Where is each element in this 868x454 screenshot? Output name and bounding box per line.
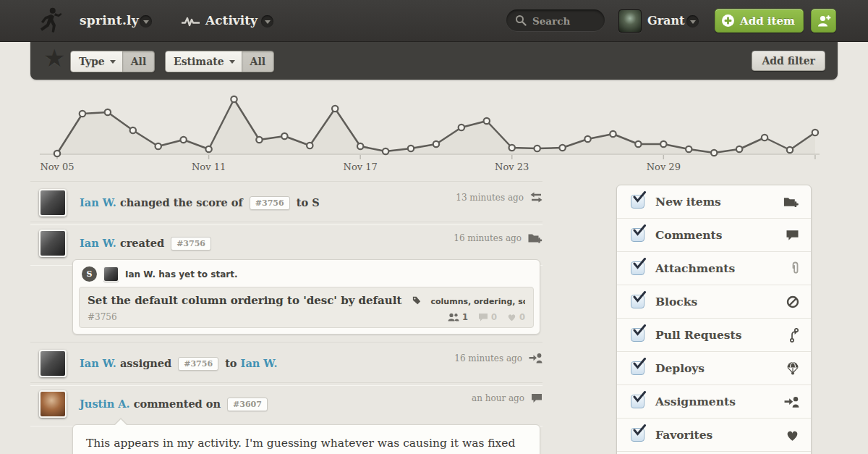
feed-item-score-changed: Ian W. changed the score of #3756 to S 1… (30, 181, 542, 225)
favorite-filter-star-icon[interactable]: ★ (43, 43, 65, 72)
sidebar-item-comments[interactable]: Comments (617, 219, 811, 252)
item-ref-badge[interactable]: #3756 (171, 237, 211, 251)
sidebar-item-deploys[interactable]: Deploys (617, 352, 811, 385)
filter-type-dropdown[interactable]: Type (71, 51, 122, 72)
folder-plus-icon (783, 196, 799, 208)
checkbox-comments[interactable] (631, 228, 644, 242)
svg-text:Nov 17: Nov 17 (344, 161, 378, 172)
section-dropdown-caret[interactable] (261, 15, 273, 28)
user-link[interactable]: Ian W. (80, 237, 116, 249)
user-link[interactable]: Ian W. (80, 196, 116, 209)
feed-item-text: Ian W. assigned #3756 to Ian W. (80, 357, 277, 371)
activity-pulse-icon (182, 16, 200, 27)
svg-text:Nov 23: Nov 23 (495, 161, 529, 172)
feed-item-assigned: Ian W. assigned #3756 to Ian W. 16 minut… (30, 342, 542, 386)
feed-item-text: Ian W. changed the score of #3756 to S (80, 196, 320, 210)
comments-count-value: 0 (491, 312, 497, 322)
tail-text: to (225, 357, 237, 369)
filter-type[interactable]: Type All (70, 51, 155, 72)
assignee-link[interactable]: Ian W. (241, 357, 278, 369)
tail-text: to S (297, 196, 320, 209)
user-link[interactable]: Ian W. (80, 357, 116, 369)
comments-count: 0 (478, 312, 497, 322)
item-status-row: S Ian W. has yet to start. (73, 260, 540, 287)
brand-sprintly[interactable]: sprint.ly (80, 0, 139, 41)
chevron-down-icon (110, 60, 116, 64)
checkbox-new-items[interactable] (631, 195, 644, 209)
sprintly-runner-logo (33, 5, 64, 37)
sidebar-item-label: Favorites (655, 428, 712, 442)
sidebar-item-label: Pull Requests (655, 328, 741, 342)
avatar[interactable] (39, 390, 67, 418)
status-text: Ian W. has yet to start. (125, 269, 237, 279)
item-tags[interactable]: columns, ordering, sorting, support (431, 297, 525, 306)
user-menu[interactable]: Grant (647, 0, 684, 41)
filter-type-value[interactable]: All (122, 51, 155, 72)
item-card[interactable]: S Ian W. has yet to start. Set the defau… (72, 259, 540, 335)
sidebar-item-label: Attachments (655, 261, 735, 275)
git-branch-icon (788, 328, 799, 342)
action-text: changed the score of (120, 196, 243, 209)
sidebar-item-label: Deploys (655, 361, 705, 375)
sidebar-item-blocks[interactable]: Blocks (617, 285, 811, 319)
check-icon (632, 358, 647, 370)
tag-icon (412, 296, 421, 305)
favorites-count-value: 0 (519, 312, 525, 322)
avatar[interactable] (39, 230, 67, 257)
filter-bar: ★ Type All Estimate All Add filter (30, 41, 838, 80)
activity-type-panel: New items Comments Attachments (616, 185, 812, 454)
filter-estimate-dropdown[interactable]: Estimate (166, 51, 242, 72)
invite-user-button[interactable] (811, 9, 836, 33)
checkbox-blocks[interactable] (631, 295, 644, 308)
item-number: #3756 (88, 312, 438, 322)
item-created-icon (528, 232, 542, 244)
timestamp: 16 minutes ago (454, 233, 522, 243)
feed-item-text: Justin A. commented on #3607 (80, 398, 271, 411)
add-item-button[interactable]: Add item (715, 9, 804, 33)
nav-section-activity[interactable]: Activity (205, 0, 258, 41)
chevron-down-icon (229, 60, 235, 64)
filter-estimate[interactable]: Estimate All (165, 51, 274, 72)
comment-bubble-icon (531, 393, 542, 403)
item-summary: Set the default column ordering to 'desc… (79, 287, 534, 328)
checkbox-attachments[interactable] (631, 261, 644, 275)
item-ref-badge[interactable]: #3607 (227, 398, 268, 411)
sidebar-item-new-items[interactable]: New items (617, 185, 811, 219)
sidebar-item-attachments[interactable]: Attachments (617, 252, 811, 285)
user-link[interactable]: Justin A. (80, 398, 130, 410)
check-icon (632, 391, 647, 403)
timestamp: 13 minutes ago (456, 193, 524, 203)
item-ref-badge[interactable]: #3756 (250, 196, 290, 210)
assigned-person-icon (529, 353, 542, 363)
add-item-label: Add item (740, 14, 795, 28)
search-input[interactable] (531, 12, 600, 30)
user-avatar[interactable] (618, 9, 642, 33)
checkbox-assignments[interactable] (631, 395, 644, 408)
user-dropdown-caret[interactable] (686, 15, 699, 28)
favorites-count: 0 (507, 312, 525, 322)
avatar[interactable] (39, 189, 67, 217)
sidebar-item-label: Assignments (655, 395, 736, 408)
item-ref-badge[interactable]: #3756 (178, 357, 218, 371)
filter-estimate-value[interactable]: All (242, 51, 274, 72)
heart-icon (507, 313, 516, 321)
checkbox-pull-requests[interactable] (631, 328, 644, 342)
brand-dropdown-caret[interactable] (140, 15, 152, 28)
assignees-count: 1 (448, 312, 468, 322)
sidebar-item-label: Comments (655, 228, 723, 242)
item-title[interactable]: Set the default column ordering to 'desc… (88, 294, 401, 307)
checkbox-favorites[interactable] (631, 428, 644, 442)
sidebar-item-pull-requests[interactable]: Pull Requests (617, 319, 811, 352)
parachute-icon (786, 361, 799, 375)
sidebar-item-assignments[interactable]: Assignments (617, 385, 811, 419)
avatar[interactable] (39, 350, 67, 377)
checkbox-deploys[interactable] (631, 361, 644, 375)
add-filter-button[interactable]: Add filter (752, 51, 825, 71)
top-navbar: sprint.ly Activity Grant Add item (0, 0, 868, 42)
sidebar-item-favorites[interactable]: Favorites (617, 419, 811, 452)
paperclip-icon (791, 261, 799, 276)
filter-type-label: Type (79, 51, 105, 72)
svg-text:Nov 29: Nov 29 (647, 161, 681, 172)
comment-preview[interactable]: This appears in my activity. I'm guessin… (72, 424, 540, 454)
check-icon (632, 258, 647, 270)
